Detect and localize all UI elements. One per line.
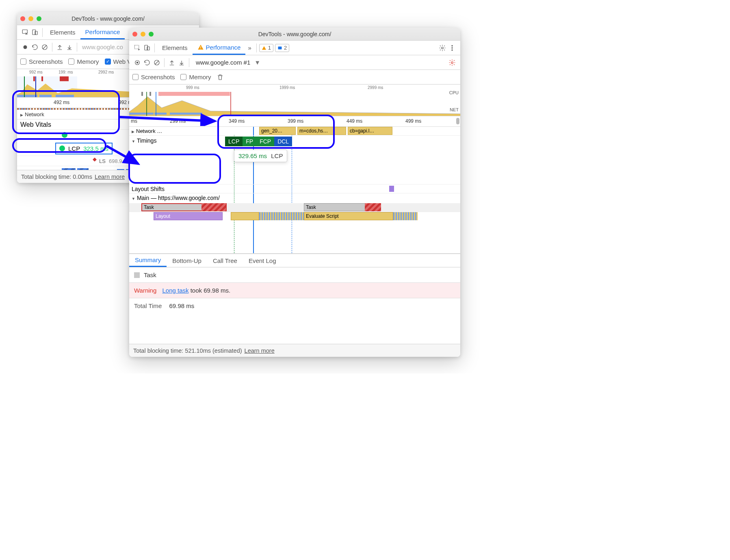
memory-checkbox[interactable] xyxy=(68,59,74,65)
capture-settings-icon[interactable] xyxy=(447,58,457,67)
tab-elements[interactable]: Elements xyxy=(157,41,193,55)
titlebar[interactable]: DevTools - www.google.com/ xyxy=(17,12,199,25)
learn-more-link[interactable]: Learn more xyxy=(245,347,275,354)
message-count-value: 2 xyxy=(284,45,287,51)
url-label: www.google.co xyxy=(82,43,123,50)
tab-bottom-up[interactable]: Bottom-Up xyxy=(167,254,207,267)
reload-icon[interactable] xyxy=(30,42,40,52)
device-icon[interactable] xyxy=(142,43,152,53)
annotation-webvitals xyxy=(12,90,120,134)
overview-tick: 2999 ms xyxy=(368,85,383,90)
layout-shift-marker[interactable] xyxy=(389,186,394,192)
device-icon[interactable] xyxy=(30,28,40,37)
timings-track-header[interactable]: Timings xyxy=(132,137,156,144)
download-icon[interactable] xyxy=(65,42,74,52)
annotation-task xyxy=(128,154,221,184)
arrow-webvitals-to-timings xyxy=(119,110,219,126)
tab-call-tree[interactable]: Call Tree xyxy=(207,254,243,267)
tab-elements[interactable]: Elements xyxy=(45,25,80,39)
network-entry[interactable]: cb=gapi.l… xyxy=(348,127,392,135)
details-tabbar: Summary Bottom-Up Call Tree Event Log xyxy=(129,254,460,267)
network-track-header[interactable]: Network … xyxy=(132,128,162,134)
warning-label: Warning xyxy=(134,287,156,294)
svg-point-27 xyxy=(451,61,453,63)
long-task-link[interactable]: Long task xyxy=(162,287,188,294)
learn-more-link[interactable]: Learn more xyxy=(95,174,125,180)
upload-icon[interactable] xyxy=(167,58,177,67)
inspect-icon[interactable] xyxy=(132,43,142,53)
tbt-text: Total blocking time: 521.10ms (estimated… xyxy=(133,347,242,354)
svg-rect-9 xyxy=(33,76,35,81)
settings-gear-icon[interactable] xyxy=(438,43,447,53)
screenshots-checkbox[interactable] xyxy=(132,74,139,80)
tab-performance-label: Performance xyxy=(206,44,241,51)
upload-icon[interactable] xyxy=(55,42,65,52)
tab-performance[interactable]: Performance xyxy=(193,41,246,55)
window-title: DevTools - www.google.com/ xyxy=(129,31,460,37)
recording-select[interactable]: www.google.com #1 xyxy=(196,59,250,66)
layoutshifts-track-header[interactable]: Layout Shifts xyxy=(132,186,165,192)
tab-performance[interactable]: Performance xyxy=(80,25,125,39)
layout-entry[interactable]: Layout xyxy=(154,212,223,220)
warning-count-badge[interactable]: 1 xyxy=(259,44,273,52)
annotation-longtasks xyxy=(12,138,106,153)
overview-tick: 992 ms xyxy=(29,70,43,74)
svg-point-25 xyxy=(136,61,139,63)
devtools-window-new: DevTools - www.google.com/ Elements Perf… xyxy=(129,28,460,357)
main-track-header[interactable]: Main — https://www.google.com/ xyxy=(132,195,220,201)
more-tabs-button[interactable]: » xyxy=(245,41,253,55)
svg-point-3 xyxy=(24,45,27,49)
overview-tick: 1999 ms xyxy=(279,85,295,90)
svg-rect-31 xyxy=(141,92,143,96)
clear-icon[interactable] xyxy=(40,42,50,52)
kebab-menu-icon[interactable] xyxy=(447,43,457,53)
svg-rect-17 xyxy=(200,46,201,48)
summary-task-label: Task xyxy=(144,271,156,278)
ls-label: LS xyxy=(99,158,106,164)
window-title: DevTools - www.google.com/ xyxy=(17,15,199,22)
screenshots-label: Screenshots xyxy=(141,74,175,80)
svg-point-21 xyxy=(452,45,453,46)
overview-tick: 999 ms xyxy=(186,85,199,90)
screenshots-checkbox[interactable] xyxy=(20,59,26,65)
warning-row: Warning Long task took 69.98 ms. xyxy=(129,283,460,298)
memory-label: Memory xyxy=(189,74,211,80)
chevron-down-icon[interactable]: ▼ xyxy=(254,59,260,66)
svg-rect-18 xyxy=(200,48,201,49)
memory-checkbox[interactable] xyxy=(180,74,186,80)
svg-rect-32 xyxy=(149,92,151,96)
svg-rect-10 xyxy=(41,76,43,81)
garbage-collect-icon[interactable] xyxy=(215,72,225,82)
svg-rect-11 xyxy=(60,76,69,81)
download-icon[interactable] xyxy=(177,58,186,67)
screenshots-label: Screenshots xyxy=(29,58,63,65)
svg-point-23 xyxy=(452,50,453,50)
ruler-tick: 449 ms xyxy=(347,118,362,124)
status-bar: Total blocking time: 521.10ms (estimated… xyxy=(129,344,460,357)
memory-label: Memory xyxy=(77,58,99,65)
evaluate-script-entry[interactable]: Evaluate Script xyxy=(304,212,393,220)
clear-icon[interactable] xyxy=(152,58,162,67)
record-icon[interactable] xyxy=(20,42,30,52)
warning-tail: took 69.98 ms. xyxy=(189,287,231,294)
annotation-timings xyxy=(217,115,335,149)
total-time-label: Total Time xyxy=(134,302,162,309)
svg-point-20 xyxy=(442,47,444,49)
arrow-longtasks-to-task xyxy=(106,144,142,169)
tab-summary[interactable]: Summary xyxy=(129,254,167,267)
scrollbar-thumb[interactable] xyxy=(456,118,459,124)
webvitals-checkbox[interactable]: ✓ xyxy=(105,59,111,65)
tab-event-log[interactable]: Event Log xyxy=(243,254,282,267)
warning-count-value: 1 xyxy=(268,45,271,51)
titlebar[interactable]: DevTools - www.google.com/ xyxy=(129,28,460,41)
inspect-icon[interactable] xyxy=(20,28,30,37)
svg-point-22 xyxy=(452,47,453,48)
svg-rect-16 xyxy=(147,47,149,50)
svg-rect-19 xyxy=(278,46,282,49)
main-tabs-row: Elements Performance » 1 2 xyxy=(129,41,460,55)
record-icon[interactable] xyxy=(132,58,142,67)
reload-icon[interactable] xyxy=(142,58,152,67)
message-count-badge[interactable]: 2 xyxy=(275,44,289,52)
svg-rect-34 xyxy=(158,92,230,96)
toolbar-row: www.google.com #1 ▼ xyxy=(129,55,460,70)
